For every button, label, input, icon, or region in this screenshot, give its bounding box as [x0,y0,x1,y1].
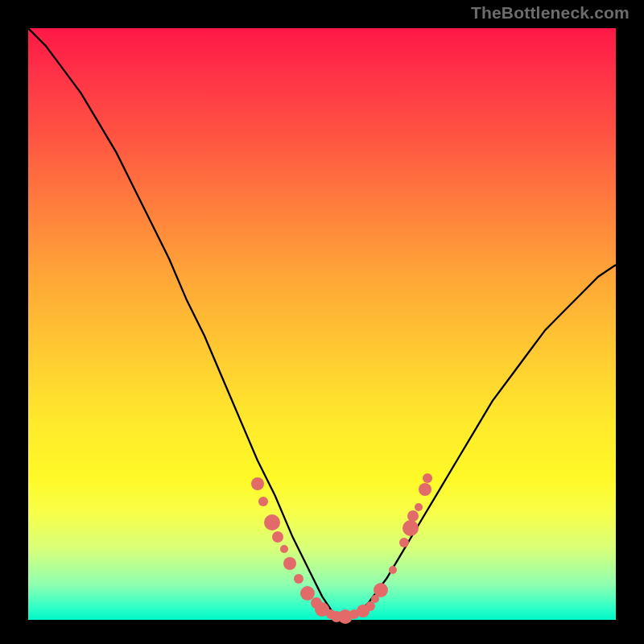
highlight-dot [280,545,288,553]
highlight-dot [407,510,419,522]
highlight-dot [415,503,423,511]
chart-frame [28,28,616,620]
highlight-dot [374,583,388,597]
watermark-text: TheBottleneck.com [471,3,630,23]
highlight-dot [399,538,409,547]
highlight-dot [264,514,280,530]
highlight-dot [419,483,431,496]
highlight-dot [389,566,397,574]
highlight-dot [283,557,296,570]
highlight-dot [423,473,432,483]
highlight-dot [294,574,303,584]
highlight-dot [258,497,268,506]
bottleneck-curve [28,28,616,620]
curve-svg [28,28,616,620]
highlight-dot [402,520,419,536]
highlight-dot [272,531,283,543]
highlight-dot [251,477,264,490]
